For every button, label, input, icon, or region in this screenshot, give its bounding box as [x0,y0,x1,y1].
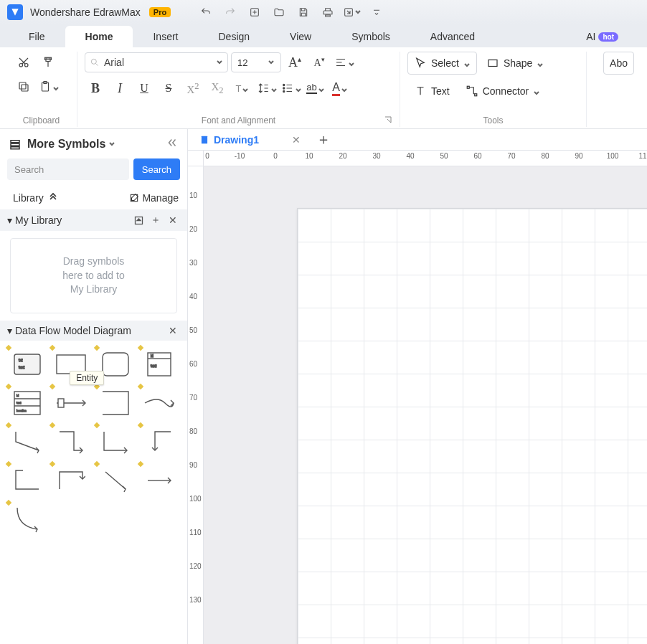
font-color-button[interactable]: A [329,77,350,99]
menu-advanced[interactable]: Advanced [410,26,495,47]
menu-view[interactable]: View [270,26,331,47]
document-close-button[interactable]: ✕ [292,134,301,146]
svg-text:txt: txt [19,358,23,362]
document-tab[interactable]: Drawing1 ✕ [194,131,306,148]
shape-conn-3[interactable] [97,425,134,458]
shape-open-rect[interactable] [97,387,134,420]
shape-tool-button[interactable]: Shape [480,52,550,74]
menubar: File Home Insert Design View Symbols Adv… [0,24,647,47]
print-button[interactable] [318,3,337,22]
cut-button[interactable] [13,52,34,73]
font-family-select[interactable]: Arial [85,52,228,72]
connector-tool-button[interactable]: Connector [459,80,547,102]
strikethrough-button[interactable]: S [158,77,179,99]
open-button[interactable] [270,3,288,22]
library-icon [9,138,22,151]
dfd-accordion[interactable]: ▾ Data Flow Model Diagram ✕ [0,321,187,341]
text-tool-button[interactable]: Text [407,80,456,102]
shape-process-lbl[interactable]: txttext [9,348,46,381]
library-label[interactable]: Library [13,192,44,204]
menu-insert[interactable]: Insert [133,26,198,47]
symbol-search-input[interactable]: Search [7,158,129,180]
shape-conn-7[interactable] [97,464,134,497]
svg-text:text: text [151,364,157,368]
vertical-ruler[interactable]: 10 20 30 40 50 60 70 80 90 100 110 120 1… [188,166,204,644]
tools-group-label: Tools [407,113,579,127]
manage-button[interactable]: Manage [129,192,179,204]
qat-more-button[interactable] [367,3,386,22]
shape-conn-5[interactable] [9,464,46,497]
font-size-select[interactable]: 12 [231,52,281,72]
canvas-background[interactable] [204,166,647,644]
ribbon: Clipboard Arial 12 A▴ A▾ B I [0,47,647,129]
new-button[interactable] [245,3,264,22]
font-group-expand-icon[interactable] [384,115,392,126]
shrink-font-button[interactable]: A▾ [308,52,330,73]
line-spacing-button[interactable] [255,77,277,99]
bullets-button[interactable] [280,77,301,99]
shape-datastore[interactable]: idtext [141,348,178,381]
save-button[interactable] [294,3,313,22]
close-dfd-button[interactable]: ✕ [166,325,180,336]
paste-button[interactable] [37,76,59,98]
menu-design[interactable]: Design [198,26,270,47]
app-title: Wondershare EdrawMax [30,6,141,18]
align-button[interactable] [333,52,354,73]
bold-button[interactable]: B [85,77,106,99]
sidebar-collapse-button[interactable] [166,136,179,151]
menu-home[interactable]: Home [65,26,133,47]
shape-conn-6[interactable] [52,464,90,497]
subscript-button[interactable]: X2 [207,77,228,99]
import-library-button[interactable] [131,215,146,226]
italic-button[interactable]: I [109,77,131,99]
export-button[interactable] [343,3,362,22]
connector-icon [466,85,478,98]
about-button-truncated[interactable]: Abo [603,52,634,75]
shape-conn-4[interactable] [141,425,178,458]
my-library-dropzone[interactable]: Drag symbols here to add to My Library [10,238,177,313]
shape-conn-8[interactable] [141,464,178,497]
redo-button[interactable] [221,3,240,22]
svg-rect-16 [11,140,19,142]
sidebar-title[interactable]: More Symbols [27,138,160,151]
change-case-button[interactable]: T [231,77,252,99]
svg-point-10 [283,84,284,85]
symbol-search-button[interactable]: Search [133,158,180,180]
library-collapse-icon[interactable] [48,191,58,204]
select-tool-button[interactable]: Select [407,52,477,75]
shape-conn-9[interactable] [9,503,46,536]
copy-button[interactable] [13,76,34,98]
shape-datastore2[interactable]: idtextlocation [9,387,46,420]
shape-flow-curve[interactable] [141,387,178,420]
drawing-page[interactable] [297,208,647,644]
menu-file[interactable]: File [9,26,65,47]
new-document-button[interactable]: ＋ [312,130,335,149]
my-library-accordion[interactable]: ▾ My Library ＋ ✕ [0,209,187,231]
rectangle-icon [486,57,499,70]
superscript-button[interactable]: X2 [182,77,204,99]
svg-rect-6 [19,82,26,89]
menu-ai[interactable]: AI hot [566,26,638,47]
menu-symbols[interactable]: Symbols [331,26,410,47]
shape-flow-label[interactable]: Entity [52,387,90,420]
ruler-corner [188,151,204,166]
horizontal-ruler[interactable]: 0 -10 0 10 20 30 40 50 60 70 80 90 100 1… [204,151,647,166]
cursor-icon [414,57,427,70]
close-library-button[interactable]: ✕ [166,214,180,226]
app-logo [7,4,23,20]
grow-font-button[interactable]: A▴ [284,52,306,73]
add-library-button[interactable]: ＋ [148,214,163,227]
shape-conn-2[interactable] [52,425,90,458]
highlight-button[interactable]: ab [304,77,326,99]
shape-conn-1[interactable] [9,425,46,458]
undo-button[interactable] [197,3,215,22]
svg-rect-38 [202,136,207,143]
svg-point-11 [283,87,284,89]
format-painter-button[interactable] [37,52,59,73]
document-icon [199,135,209,145]
canvas-viewport[interactable]: 0 -10 0 10 20 30 40 50 60 70 80 90 100 1… [188,151,647,644]
underline-button[interactable]: U [133,77,155,99]
chevron-down-icon: ▾ [7,214,12,226]
svg-point-9 [91,59,96,64]
svg-rect-13 [488,60,497,67]
